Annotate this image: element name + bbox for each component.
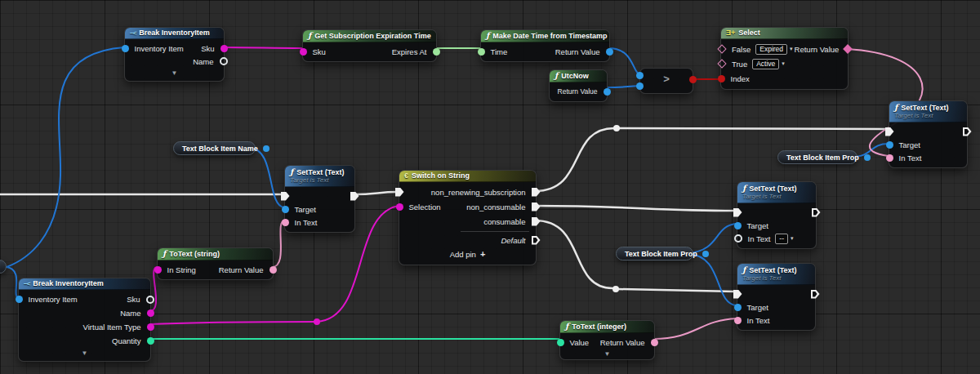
pin-name[interactable] <box>147 309 154 317</box>
node-switch-on-string[interactable]: € Switch on String non_renewing_subscrip… <box>399 170 537 265</box>
node-utcnow[interactable]: ƒ UtcNow Return Value <box>549 69 608 102</box>
add-pin-button[interactable]: Add pin + <box>399 247 536 261</box>
pin-variable-out[interactable] <box>702 251 709 257</box>
wire-text-totextint-to-intext-br[interactable] <box>653 318 737 339</box>
pin-in-text[interactable] <box>734 317 742 324</box>
wire-exec-case1-to-settext-mr[interactable] <box>535 206 735 211</box>
pin-exec-out[interactable] <box>811 290 820 299</box>
wire-exec-case0-to-settext-tr[interactable] <box>618 128 887 129</box>
pin-in-text[interactable] <box>282 219 289 226</box>
collapse-arrow[interactable]: ▼ <box>560 349 654 358</box>
reroute-node-string[interactable] <box>314 318 320 325</box>
wire-object-item-to-break-bottom[interactable] <box>7 267 18 297</box>
blueprint-graph-canvas[interactable]: { "graph": { "background": "#2b2b2b", "n… <box>0 0 980 374</box>
select-true-value-field[interactable]: Active <box>752 59 779 69</box>
wire-object-datetime-to-greater[interactable] <box>608 48 639 74</box>
pin-virtual-item-type[interactable] <box>147 323 154 331</box>
wire-string-virtualitemtype[interactable] <box>149 322 317 324</box>
pin-greater-b[interactable] <box>636 82 644 90</box>
pin-default[interactable] <box>532 236 541 245</box>
break-struct-icon: −< <box>130 29 136 37</box>
pin-exec-out[interactable] <box>963 127 972 136</box>
wire-object-item-to-break-top[interactable] <box>7 47 124 267</box>
node-make-datetime-from-timestamp[interactable]: ƒ Make Date Time from Timestamp Time Ret… <box>480 29 610 62</box>
node-totext-integer[interactable]: ƒ ToText (integer) Value Return Value ▼ <box>559 320 655 360</box>
wire-object-utcnow-to-greater[interactable] <box>606 86 639 87</box>
node-settext-middle-right[interactable]: ƒ SetText (Text) Target is Text Target I… <box>737 181 817 249</box>
pin-sku[interactable] <box>146 296 154 304</box>
node-settext-top-right[interactable]: ƒ SetText (Text) Target is Text Target I… <box>889 100 968 168</box>
wire-object-itemname-to-target[interactable] <box>249 148 284 207</box>
pin-label: Target <box>746 303 770 312</box>
node-break-inventoryitem-top[interactable]: −< Break InventoryItem Inventory Item Sk… <box>124 27 225 82</box>
pin-return-value[interactable] <box>604 88 611 96</box>
var-text-block-item-prop-lower[interactable]: Text Block Item Prop <box>616 247 693 260</box>
pin-return-value[interactable] <box>651 339 658 346</box>
pin-exec-in[interactable] <box>733 208 742 217</box>
pin-in-text[interactable] <box>886 154 893 162</box>
pin-expires-at[interactable] <box>433 48 440 56</box>
pin-exec-out[interactable] <box>812 208 821 217</box>
pin-value[interactable] <box>557 339 564 346</box>
node-settext-bottom-right[interactable]: ƒ SetText (Text) Target is Text Target I… <box>737 263 816 331</box>
pin-in-string[interactable] <box>154 266 162 274</box>
pin-return-value[interactable] <box>606 48 613 56</box>
pin-label: Virtual Item Type <box>82 323 143 332</box>
var-text-block-item-prop-upper[interactable]: Text Block Item Prop <box>777 150 858 164</box>
pin-case-non-renewing-subscription[interactable] <box>532 188 541 197</box>
pin-target[interactable] <box>282 206 289 213</box>
reroute-node-exec-bottom[interactable] <box>612 286 619 292</box>
pin-in-text[interactable] <box>734 234 742 243</box>
wire-text-totextstr-to-intext-mid[interactable] <box>272 220 284 267</box>
pin-inventory-item[interactable] <box>122 45 129 52</box>
pin-case-non-consumable[interactable] <box>532 203 541 211</box>
variable-label: Text Block Item Prop <box>625 250 697 258</box>
reroute-node-exec-top[interactable] <box>613 125 620 131</box>
pin-exec-in[interactable] <box>281 192 290 201</box>
node-title: Break InventoryItem <box>33 279 104 287</box>
wire-exec-case2-to-settext-br[interactable] <box>618 289 735 292</box>
pin-exec-out[interactable] <box>350 192 359 201</box>
collapse-arrow[interactable]: ▼ <box>19 348 150 358</box>
pin-label: False <box>730 45 752 54</box>
pin-quantity[interactable] <box>147 337 154 345</box>
wire-exec-settext-mid-to-switch[interactable] <box>354 192 397 194</box>
select-false-value-field[interactable]: Expired <box>755 44 787 55</box>
pin-sku-in[interactable] <box>300 48 307 56</box>
pin-target[interactable] <box>886 141 893 149</box>
pin-greater-result[interactable] <box>689 76 697 83</box>
pin-label: Quantity <box>110 336 142 345</box>
pin-case-consumable[interactable] <box>532 217 541 226</box>
collapse-arrow[interactable]: ▼ <box>125 68 224 78</box>
var-text-block-item-name[interactable]: Text Block Item Name <box>173 141 256 155</box>
pin-return-value[interactable] <box>270 266 277 274</box>
pin-inventory-item[interactable] <box>16 296 23 303</box>
pin-exec-in[interactable] <box>395 188 404 197</box>
pin-variable-out[interactable] <box>263 145 270 152</box>
pin-name[interactable] <box>220 57 228 65</box>
pin-target[interactable] <box>734 304 742 311</box>
pin-greater-a[interactable] <box>636 72 644 79</box>
wire-exec-case0-up[interactable] <box>535 128 614 191</box>
wire-string-sku[interactable] <box>223 47 302 48</box>
node-settext-middle[interactable]: ƒ SetText (Text) Target is Text Target I… <box>284 165 355 233</box>
node-get-subscription-expiration-time[interactable]: ƒ Get Subscription Expiration Time Sku E… <box>302 29 437 62</box>
node-totext-string[interactable]: ƒ ToText (string) In String Return Value <box>157 247 274 280</box>
pin-exec-in[interactable] <box>885 127 894 136</box>
pin-variable-out[interactable] <box>864 154 871 161</box>
node-break-inventoryitem-bottom[interactable]: −< Break InventoryItem Inventory Item Sk… <box>18 278 151 362</box>
pin-target[interactable] <box>734 222 742 229</box>
dropdown-arrow-icon[interactable]: ▾ <box>791 235 794 242</box>
pin-time[interactable] <box>478 48 485 56</box>
in-text-value-field[interactable]: -- <box>775 234 788 244</box>
wire-exec-case2-down[interactable] <box>535 220 612 288</box>
node-select[interactable]: Ǝ+ Select False Expired ▾ Return Value T… <box>720 27 849 90</box>
pin-selection[interactable] <box>396 203 403 211</box>
node-title: UtcNow <box>561 72 589 80</box>
wire-object-itemprop-to-target-br[interactable] <box>688 254 737 305</box>
pin-exec-in[interactable] <box>733 290 742 299</box>
dropdown-arrow-icon[interactable]: ▾ <box>782 60 785 67</box>
pin-sku[interactable] <box>220 45 228 52</box>
pin-select-index[interactable] <box>718 75 725 82</box>
node-greater-than[interactable]: > <box>639 68 693 94</box>
